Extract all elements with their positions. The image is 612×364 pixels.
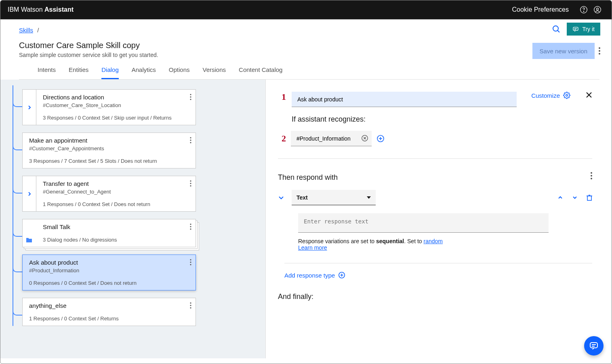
svg-rect-43 <box>587 196 591 200</box>
tab-intents[interactable]: Intents <box>38 66 56 79</box>
svg-point-41 <box>591 178 592 179</box>
tabs: Intents Entities Dialog Analytics Option… <box>19 58 599 80</box>
dialog-node-appointment[interactable]: Make an appointment #Customer_Care_Appoi… <box>22 133 196 168</box>
node-intent: #Product_Information <box>29 267 179 274</box>
node-intent: #Customer_Care_Store_Location <box>43 102 179 108</box>
svg-point-25 <box>190 261 191 263</box>
svg-point-9 <box>599 47 600 49</box>
gear-icon <box>563 92 570 99</box>
try-it-button[interactable]: Try it <box>567 23 600 36</box>
response-text-input[interactable] <box>298 213 549 233</box>
chat-icon <box>572 26 579 32</box>
random-link[interactable]: random <box>424 238 443 244</box>
tab-dialog[interactable]: Dialog <box>101 66 119 79</box>
dialog-folder-smalltalk[interactable]: Small Talk 3 Dialog nodes / No digressio… <box>22 219 196 247</box>
respond-with-label: Then respond with <box>278 173 338 182</box>
node-kebab-icon[interactable] <box>190 223 191 230</box>
recognizes-label: If assistant recognizes: <box>292 115 592 124</box>
node-kebab-icon[interactable] <box>190 302 191 309</box>
svg-point-2 <box>594 6 601 13</box>
help-icon[interactable] <box>577 6 591 14</box>
node-title: Small Talk <box>43 223 179 230</box>
skill-kebab-icon[interactable] <box>599 47 600 55</box>
customize-button[interactable]: Customize <box>531 92 570 99</box>
tab-options[interactable]: Options <box>169 66 190 79</box>
chevron-down-icon[interactable] <box>278 194 284 201</box>
tab-analytics[interactable]: Analytics <box>132 66 156 79</box>
brand-light: IBM Watson <box>8 6 44 13</box>
move-down-icon[interactable] <box>572 195 578 200</box>
expand-toggle[interactable] <box>23 176 36 211</box>
cookie-preferences[interactable]: Cookie Preferences <box>512 6 569 13</box>
skill-title: Customer Care Sample Skill copy <box>19 41 599 50</box>
search-icon[interactable] <box>551 24 561 34</box>
svg-rect-6 <box>573 27 578 30</box>
svg-point-14 <box>190 99 191 100</box>
node-meta: 1 Responses / 0 Context Set / Does not r… <box>43 201 179 211</box>
move-up-icon[interactable] <box>557 195 563 200</box>
condition-input[interactable] <box>291 131 372 146</box>
close-icon[interactable] <box>586 92 592 98</box>
breadcrumb-skills-link[interactable]: Skills <box>19 27 33 34</box>
and-finally-label: And finally: <box>278 292 592 301</box>
topbar: IBM Watson Assistant Cookie Preferences <box>0 0 612 19</box>
svg-point-19 <box>190 183 191 184</box>
node-meta: 3 Dialog nodes / No digressions <box>43 237 179 247</box>
svg-point-20 <box>190 185 191 186</box>
node-editor: 1 Customize If assistant recognizes: 2 <box>265 80 612 358</box>
chat-launcher-button[interactable] <box>584 336 604 356</box>
add-response-type-button[interactable]: Add response type <box>284 263 592 279</box>
callout-1: 1 <box>278 92 286 102</box>
plus-circle-icon <box>338 271 345 279</box>
svg-line-5 <box>558 30 560 32</box>
dialog-tree: Directions and location #Customer_Care_S… <box>0 80 265 358</box>
callout-2: 2 <box>278 133 286 144</box>
expand-toggle[interactable] <box>23 90 36 125</box>
variation-text: Response variations are set to sequentia… <box>298 238 592 251</box>
svg-point-15 <box>190 137 191 138</box>
svg-point-3 <box>597 8 599 10</box>
svg-point-18 <box>190 180 191 181</box>
dialog-node-ask-product[interactable]: Ask about product #Product_Information 0… <box>22 255 196 290</box>
add-condition-icon[interactable] <box>376 135 385 143</box>
svg-point-40 <box>591 175 592 177</box>
node-kebab-icon[interactable] <box>190 137 191 143</box>
node-kebab-icon[interactable] <box>190 259 191 265</box>
node-kebab-icon[interactable] <box>190 94 191 100</box>
svg-point-39 <box>591 172 592 174</box>
clear-icon[interactable] <box>361 135 368 142</box>
svg-point-1 <box>583 11 584 12</box>
customize-label: Customize <box>531 92 560 99</box>
breadcrumb-sep: / <box>37 27 39 34</box>
tab-content-catalog[interactable]: Content Catalog <box>239 66 282 79</box>
trash-icon[interactable] <box>587 194 592 201</box>
tab-versions[interactable]: Versions <box>203 66 226 79</box>
dialog-node-transfer[interactable]: Transfer to agent #General_Connect_to_Ag… <box>22 176 196 212</box>
node-title: Make an appointment <box>29 137 179 144</box>
node-title: Directions and location <box>43 94 179 101</box>
svg-marker-42 <box>367 196 371 199</box>
brand: IBM Watson Assistant <box>8 6 512 13</box>
svg-point-22 <box>190 226 191 227</box>
svg-point-29 <box>190 307 191 308</box>
respond-kebab-icon[interactable] <box>591 172 592 179</box>
node-title: Ask about product <box>29 259 179 266</box>
response-type-select[interactable]: Text <box>292 190 376 205</box>
node-kebab-icon[interactable] <box>190 180 191 187</box>
user-icon[interactable] <box>591 6 604 14</box>
svg-point-13 <box>190 96 191 97</box>
add-response-type-label: Add response type <box>284 272 335 279</box>
save-new-version-button[interactable]: Save new version <box>532 43 595 59</box>
learn-more-link[interactable]: Learn more <box>298 244 327 251</box>
dialog-node-anything-else[interactable]: anything_else 1 Responses / 0 Context Se… <box>22 298 196 326</box>
tab-entities[interactable]: Entities <box>69 66 88 79</box>
node-meta: 3 Responses / 7 Context Set / 5 Slots / … <box>29 158 179 168</box>
svg-point-21 <box>190 223 191 225</box>
node-name-input[interactable] <box>292 92 517 107</box>
svg-point-27 <box>190 302 191 303</box>
svg-rect-49 <box>590 343 597 348</box>
svg-point-23 <box>190 228 191 229</box>
dialog-node-directions[interactable]: Directions and location #Customer_Care_S… <box>22 89 196 125</box>
svg-point-28 <box>190 305 191 306</box>
header: Skills / Customer Care Sample Skill copy… <box>0 19 612 80</box>
